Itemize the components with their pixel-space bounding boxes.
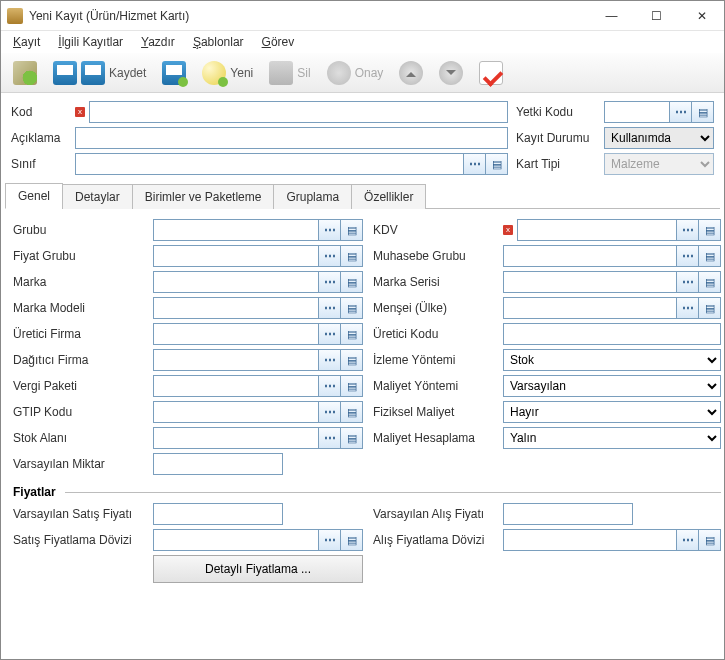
varsayilan-miktar-input[interactable] — [153, 453, 283, 475]
alis-doviz-lookup-button[interactable] — [677, 529, 699, 551]
yetki-kodu-list-button[interactable] — [692, 101, 714, 123]
uretici-firma-input[interactable] — [153, 323, 319, 345]
toolbar-button-yeni[interactable]: Yeni — [196, 57, 259, 89]
menu-gorev[interactable]: Görev — [254, 33, 303, 51]
gtip-input[interactable] — [153, 401, 319, 423]
label-muhasebe-grubu: Muhasebe Grubu — [373, 249, 493, 263]
vars-alis-input[interactable] — [503, 503, 633, 525]
label-dagitici-firma: Dağıtıcı Firma — [13, 353, 143, 367]
satis-doviz-input[interactable] — [153, 529, 319, 551]
tab-detaylar[interactable]: Detaylar — [62, 184, 133, 209]
toolbar-button-up[interactable] — [393, 57, 429, 89]
aciklama-input[interactable] — [75, 127, 508, 149]
mensei-list-button[interactable] — [699, 297, 721, 319]
minimize-button[interactable]: — — [589, 1, 634, 31]
aciklama-field — [75, 127, 508, 149]
alis-doviz-input[interactable] — [503, 529, 677, 551]
mensei-input[interactable] — [503, 297, 677, 319]
tab-ozellikler[interactable]: Özellikler — [351, 184, 426, 209]
gtip-list-button[interactable] — [341, 401, 363, 423]
yetki-kodu-lookup-button[interactable] — [670, 101, 692, 123]
menu-yazdir[interactable]: Yazdır — [133, 33, 183, 51]
fiziksel-maliyet-select[interactable]: Hayır — [503, 401, 721, 423]
kdv-list-button[interactable] — [699, 219, 721, 241]
stok-alani-lookup-button[interactable] — [319, 427, 341, 449]
uretici-firma-lookup-button[interactable] — [319, 323, 341, 345]
marka-serisi-list-button[interactable] — [699, 271, 721, 293]
fiyat-grubu-input[interactable] — [153, 245, 319, 267]
label-maliyet-yontemi: Maliyet Yöntemi — [373, 379, 493, 393]
toolbar-button-onay[interactable]: Onay — [321, 57, 390, 89]
grubu-lookup-button[interactable] — [319, 219, 341, 241]
stok-alani-list-button[interactable] — [341, 427, 363, 449]
save-icon — [53, 61, 77, 85]
muhasebe-grubu-lookup-button[interactable] — [677, 245, 699, 267]
label-kdv: KDV — [373, 223, 493, 237]
label-stok-alani: Stok Alanı — [13, 431, 143, 445]
kart-tipi-select[interactable]: Malzeme — [604, 153, 714, 175]
toolbar-button-save-new[interactable] — [156, 57, 192, 89]
sinif-lookup-button[interactable] — [464, 153, 486, 175]
sinif-input[interactable] — [75, 153, 464, 175]
izleme-yontemi-select[interactable]: Stok — [503, 349, 721, 371]
dagitici-firma-input[interactable] — [153, 349, 319, 371]
satis-doviz-list-button[interactable] — [341, 529, 363, 551]
toolbar-button-play[interactable] — [7, 57, 43, 89]
toolbar-button-check[interactable] — [473, 57, 509, 89]
maliyet-yontemi-select[interactable]: Varsayılan — [503, 375, 721, 397]
tab-genel[interactable]: Genel — [5, 183, 63, 209]
mensei-lookup-button[interactable] — [677, 297, 699, 319]
muhasebe-grubu-list-button[interactable] — [699, 245, 721, 267]
toolbar: Kaydet Yeni Sil Onay — [1, 53, 724, 93]
vars-satis-input[interactable] — [153, 503, 283, 525]
yetki-kodu-input[interactable] — [604, 101, 670, 123]
sinif-list-button[interactable] — [486, 153, 508, 175]
kod-input[interactable] — [89, 101, 508, 123]
muhasebe-grubu-input[interactable] — [503, 245, 677, 267]
kdv-lookup-button[interactable] — [677, 219, 699, 241]
uretici-kodu-input[interactable] — [503, 323, 721, 345]
gtip-lookup-button[interactable] — [319, 401, 341, 423]
vergi-paketi-lookup-button[interactable] — [319, 375, 341, 397]
grubu-list-button[interactable] — [341, 219, 363, 241]
marka-modeli-lookup-button[interactable] — [319, 297, 341, 319]
dagitici-firma-list-button[interactable] — [341, 349, 363, 371]
menu-ilgili-kayitlar[interactable]: İlgili Kayıtlar — [50, 33, 131, 51]
vergi-paketi-input[interactable] — [153, 375, 319, 397]
tab-birimler[interactable]: Birimler ve Paketleme — [132, 184, 275, 209]
marka-lookup-button[interactable] — [319, 271, 341, 293]
marka-input[interactable] — [153, 271, 319, 293]
toolbar-button-sil[interactable]: Sil — [263, 57, 316, 89]
kod-field-wrap: x — [75, 101, 508, 123]
alis-doviz-list-button[interactable] — [699, 529, 721, 551]
kayit-durumu-select[interactable]: Kullanımda — [604, 127, 714, 149]
grubu-input[interactable] — [153, 219, 319, 241]
marka-modeli-input[interactable] — [153, 297, 319, 319]
label-varsayilan-miktar: Varsayılan Miktar — [13, 457, 143, 471]
detayli-fiyatlama-button[interactable]: Detaylı Fiyatlama ... — [153, 555, 363, 583]
menu-sablonlar[interactable]: Şablonlar — [185, 33, 252, 51]
stok-alani-input[interactable] — [153, 427, 319, 449]
kdv-input[interactable] — [517, 219, 677, 241]
dagitici-firma-lookup-button[interactable] — [319, 349, 341, 371]
satis-doviz-lookup-button[interactable] — [319, 529, 341, 551]
tab-gruplama[interactable]: Gruplama — [273, 184, 352, 209]
marka-modeli-list-button[interactable] — [341, 297, 363, 319]
label-maliyet-hesaplama: Maliyet Hesaplama — [373, 431, 493, 445]
uretici-firma-list-button[interactable] — [341, 323, 363, 345]
label-marka: Marka — [13, 275, 143, 289]
marka-serisi-lookup-button[interactable] — [677, 271, 699, 293]
label-uretici-kodu: Üretici Kodu — [373, 327, 493, 341]
fiyat-grubu-lookup-button[interactable] — [319, 245, 341, 267]
marka-serisi-input[interactable] — [503, 271, 677, 293]
close-button[interactable]: ✕ — [679, 1, 724, 31]
marka-list-button[interactable] — [341, 271, 363, 293]
toolbar-button-kaydet[interactable]: Kaydet — [47, 57, 152, 89]
fiyat-grubu-list-button[interactable] — [341, 245, 363, 267]
maximize-button[interactable]: ☐ — [634, 1, 679, 31]
menu-kayit[interactable]: Kayıt — [5, 33, 48, 51]
vergi-paketi-list-button[interactable] — [341, 375, 363, 397]
maliyet-hesaplama-select[interactable]: Yalın — [503, 427, 721, 449]
toolbar-button-down[interactable] — [433, 57, 469, 89]
tab-strip: Genel Detaylar Birimler ve Paketleme Gru… — [5, 183, 720, 209]
